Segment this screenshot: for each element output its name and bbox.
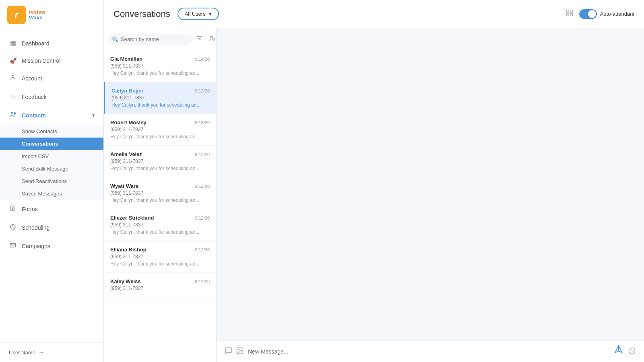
sidebar-item-label: Feedback — [22, 94, 46, 100]
conv-date: 9/12/20 — [195, 184, 210, 189]
submenu-item-send-reactivations[interactable]: Send Reactivations — [0, 175, 103, 187]
content-area: 🔍 Gia Mcmillan 9/14/20 (959) 311-7837 — [104, 28, 644, 362]
conv-date: 9/12/20 — [195, 279, 210, 284]
conv-preview: Hey Cailyn, thank you for scheduling an.… — [110, 197, 210, 203]
add-contact-icon[interactable] — [207, 33, 217, 45]
conv-name: Wyatt Ware — [110, 183, 138, 189]
submenu-item-show-contacts[interactable]: Show Contacts — [0, 125, 103, 138]
sidebar-item-campaigns[interactable]: Campaigns — [0, 237, 103, 255]
conv-date: 9/12/20 — [195, 247, 210, 252]
sidebar-item-scheduling[interactable]: Scheduling — [0, 218, 103, 237]
submenu-item-send-bulk-message[interactable]: Send Bulk Message — [0, 162, 103, 175]
submenu-item-conversations[interactable]: Conversations — [0, 138, 103, 150]
logo-icon: r — [7, 6, 26, 24]
svg-rect-12 — [570, 14, 572, 16]
sidebar-item-feedback[interactable]: ☆ Feedback — [0, 88, 103, 106]
conv-name: Robert Mosley — [110, 119, 147, 125]
search-icon: 🔍 — [112, 36, 118, 42]
auto-attendant-toggle-container: Auto-attendant — [579, 9, 634, 19]
conv-date: 9/14/20 — [195, 57, 210, 62]
logout-icon[interactable]: → — [39, 349, 44, 356]
page-title: Conversations — [114, 9, 170, 19]
conversations-list: 🔍 Gia Mcmillan 9/14/20 (959) 311-7837 — [104, 28, 217, 362]
svg-point-22 — [238, 349, 239, 350]
send-button[interactable] — [612, 344, 626, 358]
search-bar: 🔍 — [104, 28, 216, 50]
contacts-icon — [9, 111, 17, 120]
conv-preview: Hey Cailyn, thank you for scheduling an.… — [110, 229, 210, 235]
feedback-icon: ☆ — [9, 93, 17, 101]
conv-phone: (959) 311-7837 — [111, 95, 210, 101]
conv-list-item[interactable]: Kaley Weiss 9/12/20 (959) 311-7837 — [104, 273, 216, 299]
conv-list-item[interactable]: Wyatt Ware 9/12/20 (959) 311-7837 Hey Ca… — [104, 177, 216, 209]
chat-area — [217, 28, 644, 362]
auto-attendant-toggle[interactable] — [579, 9, 597, 19]
conv-date: 9/13/20 — [195, 88, 210, 93]
logo-icon-text: r — [15, 10, 19, 20]
conv-preview: Hey Cailyn, thank you for scheduling an.… — [110, 261, 210, 267]
history-button[interactable] — [628, 347, 636, 357]
conv-date: 9/12/20 — [195, 216, 210, 220]
svg-rect-11 — [566, 14, 569, 16]
sidebar-item-dashboard[interactable]: ▦ Dashboard — [0, 34, 103, 52]
sidebar-item-label: Forms — [22, 206, 38, 212]
conv-phone: (959) 311-7837 — [110, 254, 210, 259]
sidebar-item-label: Account — [22, 75, 42, 82]
logo-wave-text: Wave — [29, 15, 45, 21]
sidebar-item-label: Dashboard — [22, 40, 50, 47]
search-input[interactable] — [121, 36, 188, 42]
filter-icon[interactable] — [195, 33, 204, 45]
search-input-wrap: 🔍 — [108, 34, 192, 45]
conv-preview: Hey Cailyn, thank you for scheduling an.… — [110, 134, 210, 140]
nav-items: ▦ Dashboard 🚀 Mission Control Account ☆ … — [0, 30, 103, 342]
conv-list-item[interactable]: Eliezer Strickland 9/12/20 (959) 311-783… — [104, 209, 216, 241]
svg-point-2 — [14, 112, 16, 114]
conv-preview: Hey Cailyn, thank you for scheduling an.… — [111, 102, 210, 108]
chat-messages — [217, 28, 644, 341]
conv-items: Gia Mcmillan 9/14/20 (959) 311-7837 Hey … — [104, 50, 216, 362]
sidebar-item-label: Mission Control — [22, 58, 60, 64]
conv-list-item[interactable]: Robert Mosley 9/13/20 (959) 311-7837 Hey… — [104, 114, 216, 146]
sidebar-item-label: Campaigns — [22, 243, 50, 249]
sidebar-item-mission-control[interactable]: 🚀 Mission Control — [0, 52, 103, 69]
submenu-item-saved-messages[interactable]: Saved Messages — [0, 187, 103, 200]
conv-name: Amelia Velez — [110, 151, 142, 157]
all-users-dropdown[interactable]: All Users ▾ — [178, 8, 219, 20]
conv-name: Eliezer Strickland — [110, 215, 154, 221]
svg-point-16 — [211, 36, 213, 38]
topbar-right: Auto-attendant — [566, 9, 634, 19]
mission-control-icon: 🚀 — [9, 58, 17, 64]
chat-input-bar — [217, 341, 644, 362]
chevron-down-icon: ▾ — [92, 113, 95, 118]
svg-point-1 — [11, 112, 13, 114]
conv-list-item[interactable]: Elliana Bishop 9/12/20 (959) 311-7837 He… — [104, 241, 216, 273]
conv-name: Gia Mcmillan — [110, 56, 142, 62]
conv-phone: (959) 311-7837 — [110, 127, 210, 132]
conv-phone: (959) 311-7837 — [110, 286, 210, 291]
contacts-submenu: Show Contacts Conversations Import CSV S… — [0, 125, 103, 200]
conv-list-item[interactable]: Amelia Velez 9/13/20 (959) 311-7837 Hey … — [104, 146, 216, 177]
conv-list-item[interactable]: Gia Mcmillan 9/14/20 (959) 311-7837 Hey … — [104, 50, 216, 82]
conv-name: Elliana Bishop — [110, 247, 147, 253]
sidebar-item-forms[interactable]: Forms — [0, 200, 103, 218]
sidebar-footer: User Name → — [0, 342, 103, 362]
conv-phone: (959) 311-7837 — [110, 190, 210, 196]
logo-review-text: review — [29, 9, 45, 15]
scheduling-icon — [9, 224, 17, 232]
sidebar-item-contacts[interactable]: Contacts ▾ — [0, 106, 103, 125]
topbar: Conversations All Users ▾ Auto-attendant — [104, 0, 644, 28]
message-icon[interactable] — [225, 347, 233, 357]
user-name: User Name — [9, 350, 35, 356]
sidebar-item-account[interactable]: Account — [0, 69, 103, 88]
submenu-item-import-csv[interactable]: Import CSV — [0, 150, 103, 162]
conv-date: 9/13/20 — [195, 152, 210, 157]
auto-attendant-label: Auto-attendant — [600, 11, 634, 17]
logo-area: r review Wave — [0, 0, 103, 30]
settings-icon[interactable] — [566, 9, 574, 19]
new-message-input[interactable] — [248, 348, 611, 355]
conv-list-item[interactable]: Cailyn Boyer 9/13/20 (959) 311-7837 Hey … — [104, 82, 216, 114]
image-icon[interactable] — [236, 347, 244, 357]
conv-phone: (959) 311-7837 — [110, 63, 210, 69]
contacts-section: Contacts ▾ Show Contacts Conversations I… — [0, 106, 103, 200]
conv-preview: Hey Cailyn, thank you for scheduling an.… — [110, 70, 210, 76]
